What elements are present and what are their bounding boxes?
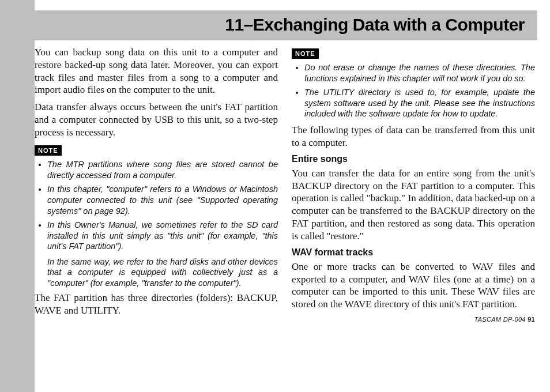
body-paragraph: The FAT partition has three directories … — [35, 292, 278, 317]
sub-heading: Entire songs — [292, 153, 535, 165]
two-column-layout: You can backup song data on this unit to… — [35, 46, 537, 323]
footer-model: TASCAM DP-004 — [474, 316, 526, 323]
manual-page: 11–Exchanging Data with a Computer You c… — [0, 0, 550, 392]
page-inner: 11–Exchanging Data with a Computer You c… — [35, 0, 550, 392]
note-continuation: In the same way, we refer to the hard di… — [47, 257, 278, 289]
right-column: NOTE Do not erase or change the names of… — [292, 46, 535, 323]
chapter-title: 11–Exchanging Data with a Computer — [35, 15, 525, 35]
body-paragraph: One or more tracks can be converted to W… — [292, 261, 535, 311]
sub-heading: WAV format tracks — [292, 247, 535, 258]
note-item: The MTR partitions where song files are … — [47, 159, 278, 180]
note-item: In this chapter, "computer" refers to a … — [47, 184, 278, 216]
note-list: Do not erase or change the names of thes… — [292, 62, 535, 119]
body-paragraph: You can transfer the data for an entire … — [292, 167, 535, 243]
note-badge: NOTE — [35, 145, 62, 156]
footer-page-number: 91 — [528, 316, 535, 323]
body-paragraph: Data transfer always occurs between the … — [35, 101, 278, 138]
body-paragraph: The following types of data can be trans… — [292, 124, 535, 149]
left-column: You can backup song data on this unit to… — [35, 46, 278, 323]
title-band: 11–Exchanging Data with a Computer — [0, 10, 537, 40]
note-item: The UTILITY directory is used to, for ex… — [304, 87, 535, 119]
body-paragraph: You can backup song data on this unit to… — [35, 46, 278, 96]
note-item: In this Owner's Manual, we sometimes ref… — [47, 220, 278, 252]
note-badge: NOTE — [292, 48, 319, 59]
note-list: The MTR partitions where song files are … — [35, 159, 278, 251]
page-footer: TASCAM DP-004 91 — [292, 315, 535, 323]
note-item: Do not erase or change the names of thes… — [304, 62, 535, 84]
